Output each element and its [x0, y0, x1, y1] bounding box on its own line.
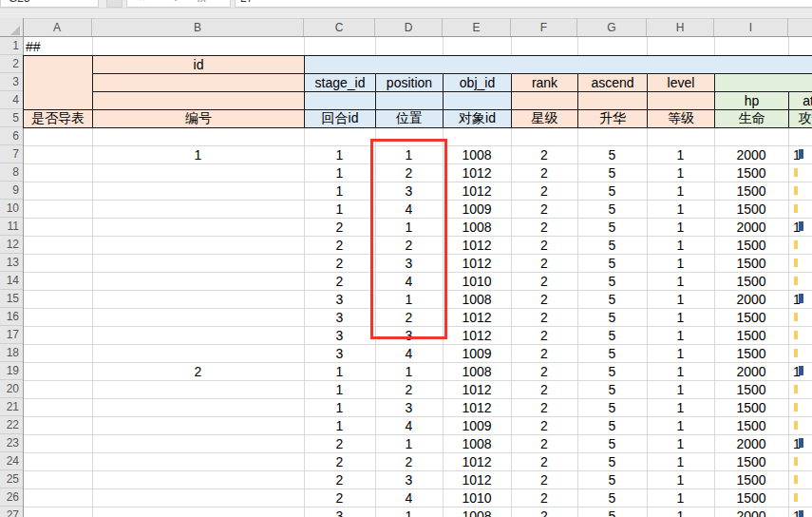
cell-I21[interactable]: 1500	[714, 398, 788, 416]
cell-E13[interactable]: 1012	[443, 254, 511, 272]
cell-B3[interactable]	[92, 73, 305, 92]
cell-G11[interactable]: 5	[577, 218, 647, 236]
cell-I14[interactable]: 1500	[714, 272, 788, 290]
cell-G12[interactable]: 5	[577, 236, 647, 254]
cell-F11[interactable]: 2	[511, 218, 577, 236]
cell-F5[interactable]: 星级	[511, 109, 578, 128]
row-header-7[interactable]: 7	[0, 145, 23, 163]
column-header-G[interactable]: G	[577, 18, 647, 37]
cell-I10[interactable]: 1500	[714, 200, 788, 218]
cell-D27[interactable]: 1	[375, 507, 443, 517]
cell-E3[interactable]: obj_id	[443, 73, 512, 92]
cell-F15[interactable]: 2	[511, 290, 577, 308]
cell-C23[interactable]: 2	[304, 434, 375, 452]
cell-H21[interactable]: 1	[647, 398, 714, 416]
cell-I9[interactable]: 1500	[714, 182, 788, 200]
cell-I26[interactable]: 1500	[714, 488, 788, 507]
cell-I27[interactable]: 2000	[714, 507, 788, 517]
cell-B7[interactable]: 1	[92, 145, 304, 163]
cell-D25[interactable]: 3	[375, 470, 443, 488]
select-all-corner[interactable]	[0, 18, 23, 37]
cell-H15[interactable]: 1	[647, 290, 714, 308]
cell-E20[interactable]: 1012	[443, 380, 511, 398]
cell-H12[interactable]: 1	[647, 236, 714, 254]
cell-C18[interactable]: 3	[304, 344, 375, 362]
cell-F26[interactable]: 2	[511, 488, 577, 507]
cell-H23[interactable]: 1	[647, 434, 714, 452]
formula-input[interactable]: 27	[235, 0, 812, 8]
cell-G4[interactable]	[577, 91, 648, 110]
cell-H5[interactable]: 等级	[647, 109, 715, 128]
cell-F27[interactable]: 2	[511, 507, 577, 517]
cell-E7[interactable]: 1008	[443, 145, 511, 163]
cell-A1[interactable]: ##	[23, 37, 92, 55]
cell-I8[interactable]: 1500	[714, 163, 788, 182]
cell-G24[interactable]: 5	[577, 452, 647, 470]
cell-I18[interactable]: 1500	[714, 344, 788, 362]
row-header-14[interactable]: 14	[0, 272, 23, 290]
cell-B19[interactable]: 2	[92, 362, 304, 380]
row-header-15[interactable]: 15	[0, 290, 23, 308]
cell-D3[interactable]: position	[375, 73, 444, 92]
cell-I19[interactable]: 2000	[714, 362, 788, 380]
cell-H14[interactable]: 1	[647, 272, 714, 290]
cell-F21[interactable]: 2	[511, 398, 577, 416]
column-header-A[interactable]: A	[23, 18, 92, 37]
cancel-icon[interactable]: ×	[139, 0, 145, 4]
row-header-21[interactable]: 21	[0, 398, 23, 416]
cell-C5[interactable]: 回合id	[304, 109, 376, 128]
cell-C22[interactable]: 1	[304, 416, 375, 434]
cell-D22[interactable]: 4	[375, 416, 443, 434]
row-header-19[interactable]: 19	[0, 362, 23, 380]
row-header-12[interactable]: 12	[0, 236, 23, 254]
cell-H13[interactable]: 1	[647, 254, 714, 272]
cell-E25[interactable]: 1012	[443, 470, 511, 488]
cell-F16[interactable]: 2	[511, 308, 577, 326]
row-header-1[interactable]: 1	[0, 37, 23, 55]
cell-G23[interactable]: 5	[577, 434, 647, 452]
row-header-5[interactable]: 5	[0, 109, 23, 127]
cell-E12[interactable]: 1012	[443, 236, 511, 254]
cell-H20[interactable]: 1	[647, 380, 714, 398]
cell-C20[interactable]: 1	[304, 380, 375, 398]
cell-G13[interactable]: 5	[577, 254, 647, 272]
cell-C21[interactable]: 1	[304, 398, 375, 416]
cell-C7[interactable]: 1	[304, 145, 375, 163]
cell-E18[interactable]: 1009	[443, 344, 511, 362]
cell-D26[interactable]: 4	[375, 488, 443, 507]
cell-F23[interactable]: 2	[511, 434, 577, 452]
cell-E15[interactable]: 1008	[443, 290, 511, 308]
cell-G15[interactable]: 5	[577, 290, 647, 308]
cell-G18[interactable]: 5	[577, 344, 647, 362]
cell-B4[interactable]	[92, 91, 305, 110]
cell-F20[interactable]: 2	[511, 380, 577, 398]
row-header-24[interactable]: 24	[0, 452, 23, 470]
cell-I22[interactable]: 1500	[714, 416, 788, 434]
cell-H18[interactable]: 1	[647, 344, 714, 362]
row-header-4[interactable]: 4	[0, 91, 23, 109]
cell-I4[interactable]: hp	[714, 91, 789, 110]
cell-G7[interactable]: 5	[577, 145, 647, 163]
row-header-20[interactable]: 20	[0, 380, 23, 398]
cell-C15[interactable]: 3	[304, 290, 375, 308]
cell-C8[interactable]: 1	[304, 163, 375, 182]
cell-I16[interactable]: 1500	[714, 308, 788, 326]
row-header-6[interactable]: 6	[0, 127, 23, 145]
cell-C3[interactable]: stage_id	[304, 73, 376, 92]
cell-E27[interactable]: 1008	[443, 507, 511, 517]
cell-F17[interactable]: 2	[511, 326, 577, 344]
column-header-J[interactable]	[788, 18, 812, 37]
cell-C25[interactable]: 2	[304, 470, 375, 488]
cell-H16[interactable]: 1	[647, 308, 714, 326]
cell-B5[interactable]: 编号	[92, 109, 305, 128]
cell-I13[interactable]: 1500	[714, 254, 788, 272]
cell-H25[interactable]: 1	[647, 470, 714, 488]
cell-I5[interactable]: 生命	[714, 109, 789, 128]
cell-F4[interactable]	[511, 91, 578, 110]
cell-G9[interactable]: 5	[577, 182, 647, 200]
cell-H24[interactable]: 1	[647, 452, 714, 470]
cell-G26[interactable]: 5	[577, 488, 647, 507]
row-header-13[interactable]: 13	[0, 254, 23, 272]
cell-D18[interactable]: 4	[375, 344, 443, 362]
cell-D21[interactable]: 3	[375, 398, 443, 416]
